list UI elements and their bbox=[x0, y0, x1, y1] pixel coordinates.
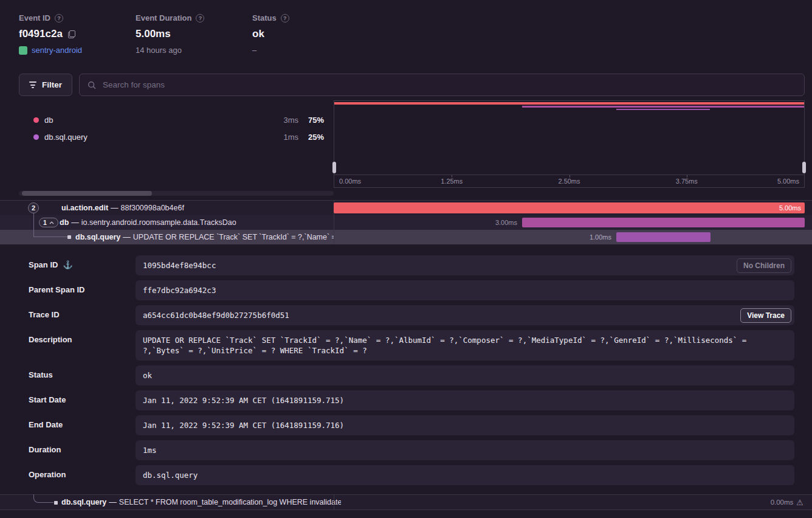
event-id-label: Event ID bbox=[19, 13, 50, 22]
ops-breakdown-item-db-sql-query: db.sql.query 1ms 25% bbox=[19, 130, 334, 144]
help-icon[interactable]: ? bbox=[281, 14, 289, 22]
span-duration-bar[interactable]: 5.00ms bbox=[334, 202, 805, 213]
event-duration-value: 5.00ms bbox=[136, 28, 204, 40]
span-children-badge[interactable]: 1 bbox=[39, 218, 58, 227]
span-description: 88f300998a0b4e6f bbox=[121, 204, 184, 212]
start-date-label: Start Date bbox=[29, 390, 136, 410]
time-tick-label: 0.00ms bbox=[339, 178, 361, 185]
separator: — bbox=[71, 218, 79, 227]
project-link[interactable]: sentry-android bbox=[32, 46, 82, 55]
minimap-span-bar bbox=[522, 106, 804, 108]
duration-detail-value: 1ms bbox=[136, 440, 794, 460]
end-date-value: Jan 11, 2022 9:52:39 AM CET (1641891159.… bbox=[136, 415, 794, 435]
span-row-db-sql-query-select[interactable]: db.sql.query—SELECT * FROM room_table_mo… bbox=[0, 494, 812, 510]
span-bar-area: 1.00ms bbox=[334, 230, 805, 244]
warning-icon: ⚠ bbox=[796, 495, 803, 510]
span-op: db.sql.query bbox=[75, 233, 120, 241]
description-value: UPDATE OR REPLACE `Track` SET `TrackId` … bbox=[136, 330, 794, 361]
detail-row-trace-id: Trace ID a654cc61dc0b48ef9d0b27275b6f0d5… bbox=[29, 305, 794, 325]
trace-minimap[interactable]: 0.00ms 1.25ms 2.50ms 3.75ms 5.00ms bbox=[334, 100, 805, 188]
chevron-up-icon bbox=[49, 221, 54, 224]
legend-op-name: db bbox=[44, 116, 53, 125]
span-bar-area: 3.00ms bbox=[334, 215, 805, 230]
operation-value: db.sql.query bbox=[136, 465, 794, 485]
legend-op-duration: 1ms bbox=[283, 133, 298, 142]
event-trace-page: Event ID ? f0491c2a sentry-android Event… bbox=[0, 0, 812, 518]
span-duration-label: 5.00ms bbox=[779, 202, 801, 213]
span-row-db[interactable]: 1 db—io.sentry.android.roomsample.data.T… bbox=[0, 215, 812, 230]
span-row-title: ui.action.edit—88f300998a0b4e6f bbox=[0, 201, 334, 215]
span-search-box bbox=[79, 74, 805, 96]
time-tick-label: 5.00ms bbox=[777, 178, 799, 185]
filter-button[interactable]: Filter bbox=[19, 74, 72, 96]
span-tree: 2 ui.action.edit—88f300998a0b4e6f 5.00ms… bbox=[0, 200, 812, 244]
horizontal-scrollbar-thumb[interactable] bbox=[22, 191, 152, 196]
end-date-label: End Date bbox=[29, 415, 136, 435]
span-children-badge[interactable]: 2 bbox=[28, 202, 39, 213]
operation-label: Operation bbox=[29, 465, 136, 485]
status-value: ok bbox=[252, 28, 289, 40]
minimap-left-handle[interactable] bbox=[332, 162, 336, 173]
time-axis: 0.00ms 1.25ms 2.50ms 3.75ms 5.00ms bbox=[334, 174, 804, 187]
detail-row-parent-span-id: Parent Span ID ffe7dbc92a6942c3 bbox=[29, 280, 794, 300]
time-tick-label: 1.25ms bbox=[441, 178, 463, 185]
legend-op-percent: 25% bbox=[308, 133, 324, 142]
minimap-right-handle[interactable] bbox=[802, 162, 806, 173]
span-row-db-sql-query-selected[interactable]: db.sql.query—UPDATE OR REPLACE `Track` S… bbox=[0, 230, 812, 244]
span-bar-area: 5.00ms bbox=[334, 201, 805, 215]
description-label: Description bbox=[29, 330, 136, 361]
span-row-title: db.sql.query—UPDATE OR REPLACE `Track` S… bbox=[0, 230, 334, 244]
separator: — bbox=[111, 204, 119, 212]
no-children-button: No Children bbox=[737, 258, 791, 273]
span-description: UPDATE OR REPLACE `Track` SET `TrackId` … bbox=[133, 233, 334, 241]
event-time-ago: 14 hours ago bbox=[136, 46, 204, 55]
trace-id-value: a654cc61dc0b48ef9d0b27275b6f0d51 bbox=[143, 311, 289, 320]
span-duration-label: 0.00ms bbox=[771, 495, 794, 510]
parent-span-id-value: ffe7dbc92a6942c3 bbox=[136, 280, 794, 300]
legend-op-duration: 3ms bbox=[283, 116, 298, 125]
status-label: Status bbox=[252, 13, 277, 22]
detail-row-status: Status ok bbox=[29, 365, 794, 385]
event-duration-column: Event Duration ? 5.00ms 14 hours ago bbox=[136, 13, 204, 55]
ops-breakdown-item-db: db 3ms 75% bbox=[19, 112, 334, 127]
legend-op-percent: 75% bbox=[308, 116, 324, 125]
search-input[interactable] bbox=[102, 80, 796, 90]
event-id-column: Event ID ? f0491c2a sentry-android bbox=[19, 13, 82, 55]
span-row-ui-action-edit[interactable]: 2 ui.action.edit—88f300998a0b4e6f 5.00ms bbox=[0, 201, 812, 215]
span-id-label: Span ID bbox=[29, 260, 58, 269]
span-op: ui.action.edit bbox=[61, 204, 108, 212]
badge-count: 1 bbox=[43, 219, 47, 226]
span-duration-bar[interactable] bbox=[616, 232, 710, 242]
minimap-span-bar bbox=[334, 102, 804, 105]
event-duration-label-row: Event Duration ? bbox=[136, 13, 204, 22]
trace-id-value-box: a654cc61dc0b48ef9d0b27275b6f0d51 View Tr… bbox=[136, 305, 794, 325]
db-sql-query-legend-dot bbox=[33, 134, 39, 140]
project-row: sentry-android bbox=[19, 46, 82, 55]
span-duration-label-row: 0.00ms ⚠ bbox=[771, 495, 803, 510]
span-row-title: db.sql.query—SELECT * FROM room_table_mo… bbox=[61, 495, 341, 510]
status-label-row: Status ? bbox=[252, 13, 289, 22]
trace-id-label: Trace ID bbox=[29, 305, 136, 325]
span-id-value-box: 1095bd4ef8e94bcc No Children bbox=[136, 255, 794, 275]
status-detail-value: ok bbox=[136, 365, 794, 385]
span-description: SELECT * FROM room_table_modification_lo… bbox=[119, 498, 341, 506]
time-tick-label: 3.75ms bbox=[676, 178, 698, 185]
help-icon[interactable]: ? bbox=[196, 14, 204, 22]
anchor-icon[interactable]: ⚓ bbox=[63, 260, 72, 269]
help-icon[interactable]: ? bbox=[55, 14, 63, 22]
copy-icon[interactable] bbox=[68, 30, 75, 38]
span-details-panel: Span ID ⚓ 1095bd4ef8e94bcc No Children P… bbox=[29, 255, 794, 490]
time-tick-label: 2.50ms bbox=[558, 178, 580, 185]
event-duration-label: Event Duration bbox=[136, 13, 191, 22]
span-description: io.sentry.android.roomsample.data.Tracks… bbox=[81, 218, 236, 227]
start-date-value: Jan 11, 2022 9:52:39 AM CET (1641891159.… bbox=[136, 390, 794, 410]
detail-row-operation: Operation db.sql.query bbox=[29, 465, 794, 485]
filter-button-label: Filter bbox=[42, 80, 62, 89]
span-duration-label: 1.00ms bbox=[590, 230, 611, 244]
span-duration-bar[interactable] bbox=[522, 218, 805, 227]
parent-span-id-label: Parent Span ID bbox=[29, 280, 136, 300]
view-trace-button[interactable]: View Trace bbox=[740, 308, 791, 323]
status-detail-label: Status bbox=[29, 365, 136, 385]
event-id-label-row: Event ID ? bbox=[19, 13, 82, 22]
detail-row-duration: Duration 1ms bbox=[29, 440, 794, 460]
